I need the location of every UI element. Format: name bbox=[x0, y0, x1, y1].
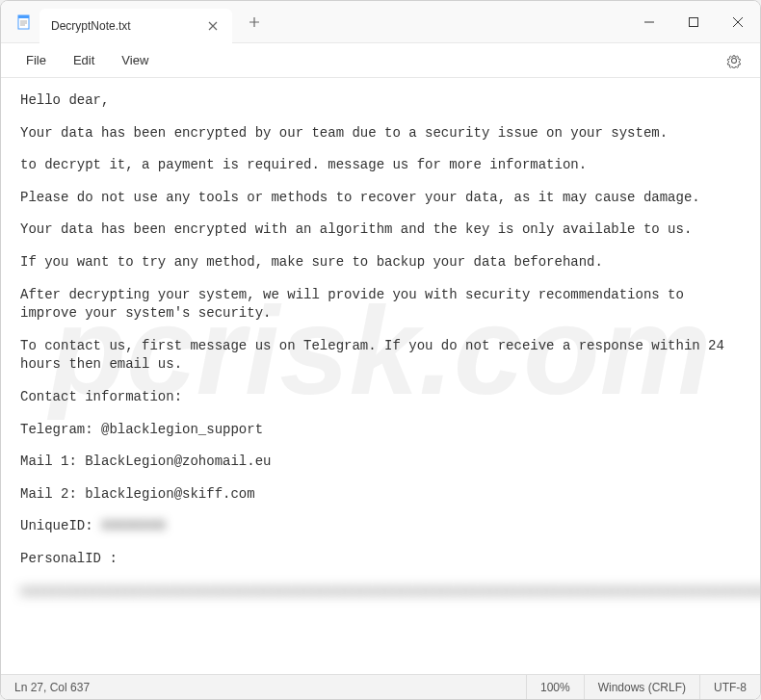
notepad-window: pcrisk.com DecryptNote.txt bbox=[0, 0, 761, 700]
svg-rect-5 bbox=[690, 17, 698, 26]
settings-button[interactable] bbox=[720, 46, 748, 75]
window-controls bbox=[627, 1, 760, 42]
text-line: Mail 1: BlackLegion@zohomail.eu bbox=[20, 453, 741, 472]
text-line: PersonalID : bbox=[20, 550, 741, 569]
svg-rect-1 bbox=[18, 15, 29, 18]
text-line: After decrypting your system, we will pr… bbox=[20, 286, 741, 324]
text-line: Telegram: @blacklegion_support bbox=[20, 421, 741, 440]
menu-file[interactable]: File bbox=[13, 47, 60, 73]
text-line: To contact us, first message us on Teleg… bbox=[20, 337, 741, 375]
status-zoom[interactable]: 100% bbox=[527, 675, 585, 699]
status-encoding[interactable]: UTF-8 bbox=[700, 675, 760, 699]
status-position[interactable]: Ln 27, Col 637 bbox=[1, 675, 527, 699]
statusbar: Ln 27, Col 637 100% Windows (CRLF) UTF-8 bbox=[1, 674, 760, 699]
text-line: Hello dear, bbox=[20, 91, 741, 111]
text-line: UniqueID: XXXXXXXX bbox=[20, 517, 741, 536]
status-line-ending[interactable]: Windows (CRLF) bbox=[585, 675, 700, 699]
personalid-value: xxxxxxxxxxxxxxxxxxxxxxxxxxxxxxxxxxxxxxxx… bbox=[20, 583, 741, 602]
text-line: Contact information: bbox=[20, 388, 741, 407]
text-content[interactable]: Hello dear, Your data has been encrypted… bbox=[1, 78, 760, 674]
menu-edit[interactable]: Edit bbox=[60, 47, 108, 73]
menu-view[interactable]: View bbox=[108, 47, 162, 73]
text-line: Your data has been encrypted with an alg… bbox=[20, 220, 741, 240]
minimize-button[interactable] bbox=[627, 1, 671, 42]
gear-icon bbox=[726, 53, 742, 68]
text-line: If you want to try any method, make sure… bbox=[20, 253, 741, 272]
uniqueid-label: UniqueID: bbox=[20, 518, 101, 533]
titlebar: DecryptNote.txt bbox=[1, 1, 760, 43]
tab-title: DecryptNote.txt bbox=[51, 19, 205, 33]
close-button[interactable] bbox=[716, 1, 760, 42]
menubar: File Edit View bbox=[1, 43, 760, 78]
tab-area: DecryptNote.txt bbox=[1, 1, 627, 43]
text-line: Please do not use any tools or methods t… bbox=[20, 189, 741, 208]
new-tab-button[interactable] bbox=[240, 8, 269, 37]
text-line: Your data has been encrypted by our team… bbox=[20, 124, 741, 143]
notepad-icon bbox=[16, 14, 32, 30]
tab-close-icon[interactable] bbox=[205, 18, 221, 34]
text-line: to decrypt it, a payment is required. me… bbox=[20, 156, 741, 175]
uniqueid-value: XXXXXXXX bbox=[101, 517, 166, 536]
maximize-button[interactable] bbox=[671, 1, 716, 42]
tab[interactable]: DecryptNote.txt bbox=[39, 9, 232, 43]
text-line: Mail 2: blacklegion@skiff.com bbox=[20, 485, 741, 505]
